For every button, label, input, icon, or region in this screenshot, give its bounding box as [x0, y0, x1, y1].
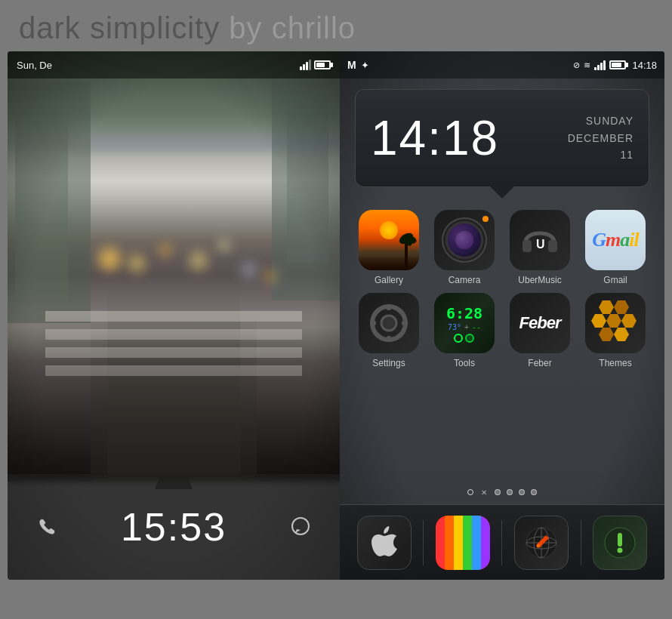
svg-rect-1: [522, 240, 532, 252]
svg-rect-9: [402, 321, 408, 325]
dot-4: [507, 489, 513, 495]
title-light: by chrillo: [220, 11, 356, 45]
dock-separator-3: [581, 520, 581, 565]
page-header: dark simplicity by chrillo: [0, 0, 672, 51]
feber-label: Feber: [528, 358, 551, 368]
widget-tail: [490, 186, 514, 199]
battery-right: [609, 60, 626, 69]
app-settings[interactable]: Settings: [355, 293, 423, 368]
clock-widget: 14:18 SUNDAY DECEMBER 11: [355, 89, 649, 187]
wifi-icon: ≋: [584, 60, 590, 70]
dock-apple[interactable]: [357, 516, 412, 570]
themes-label: Themes: [599, 358, 631, 368]
app-feber[interactable]: Feber Feber: [506, 293, 574, 368]
dock-phone[interactable]: [436, 516, 490, 570]
dot-x: ✕: [479, 488, 489, 497]
dot-1: [467, 489, 473, 495]
clock-month: DECEMBER: [568, 130, 633, 146]
svg-marker-18: [621, 314, 637, 328]
gmail-label: Gmail: [603, 275, 627, 285]
tools-icon: 6:28 73° + --: [434, 293, 495, 353]
dock-separator-1: [423, 520, 424, 565]
dot-5: [519, 489, 525, 495]
svg-text:U: U: [536, 238, 545, 251]
mute-icon: ⊘: [573, 60, 580, 70]
gmail-icon: Gmail: [585, 210, 646, 270]
app-ubermusic[interactable]: U UberMusic: [506, 210, 574, 285]
svg-point-26: [537, 544, 541, 547]
camera-icon: [434, 210, 495, 270]
app-tools[interactable]: 6:28 73° + --: [430, 293, 498, 368]
call-icon: [30, 510, 63, 544]
gallery-icon: [359, 210, 419, 270]
settings-icon: [359, 293, 419, 353]
android-status-icon: ✦: [361, 60, 369, 71]
svg-marker-19: [599, 328, 614, 341]
app-gallery[interactable]: Gallery: [355, 210, 423, 285]
signal-icon: [300, 60, 311, 70]
dock-todo[interactable]: [593, 516, 647, 570]
svg-rect-2: [548, 240, 557, 252]
gmail-status-icon: M: [347, 59, 356, 71]
street-background: [8, 51, 340, 482]
svg-marker-16: [591, 314, 606, 328]
svg-marker-15: [614, 300, 629, 314]
svg-marker-14: [599, 300, 614, 314]
app-grid: Gallery Camera: [355, 210, 649, 368]
status-bar-left: Sun, De: [8, 51, 340, 79]
dot-6: [531, 489, 537, 495]
title-dark: dark simplicity: [19, 11, 220, 45]
clock-day: SUNDAY: [568, 112, 633, 129]
svg-marker-20: [614, 328, 629, 341]
ubermusic-icon: U: [510, 210, 570, 270]
svg-point-29: [618, 547, 623, 553]
svg-rect-7: [387, 336, 391, 342]
clock-date: 11: [568, 146, 633, 163]
svg-rect-28: [618, 533, 622, 547]
app-camera[interactable]: Camera: [430, 210, 498, 285]
svg-point-5: [381, 316, 396, 331]
battery-icon: [314, 60, 331, 69]
svg-point-0: [292, 518, 309, 534]
gallery-label: Gallery: [375, 275, 403, 285]
lock-time-display: 15:53: [63, 504, 284, 550]
themes-icon: [585, 293, 646, 353]
tools-label: Tools: [454, 358, 475, 368]
settings-label: Settings: [372, 358, 405, 368]
svg-marker-17: [606, 314, 621, 328]
message-icon: [284, 510, 317, 544]
dock: [340, 504, 664, 580]
date-display: Sun, De: [17, 60, 52, 71]
phone-left: Sun, De 15:53: [8, 51, 340, 580]
camera-label: Camera: [449, 275, 481, 285]
svg-rect-6: [387, 304, 391, 310]
signal-bars-right: [594, 60, 606, 70]
lock-screen-bottom: 15:53: [8, 474, 340, 580]
phones-container: Sun, De 15:53: [8, 51, 664, 580]
app-themes[interactable]: Themes: [581, 293, 649, 368]
ubermusic-label: UberMusic: [518, 275, 561, 285]
status-time: 14:18: [632, 60, 657, 71]
clock-time: 14:18: [371, 110, 568, 166]
dock-separator-2: [501, 520, 502, 565]
dot-3: [495, 489, 501, 495]
dock-browser[interactable]: [514, 516, 569, 570]
phone-right: M ✦ ⊘ ≋ 14:18 14:18 SUNDAY DECE: [340, 51, 664, 580]
page-dots: ✕: [340, 488, 664, 497]
feber-icon: Feber: [510, 293, 570, 353]
app-gmail[interactable]: Gmail Gmail: [581, 210, 649, 285]
svg-rect-8: [370, 321, 376, 325]
status-bar-right: M ✦ ⊘ ≋ 14:18: [340, 51, 664, 79]
